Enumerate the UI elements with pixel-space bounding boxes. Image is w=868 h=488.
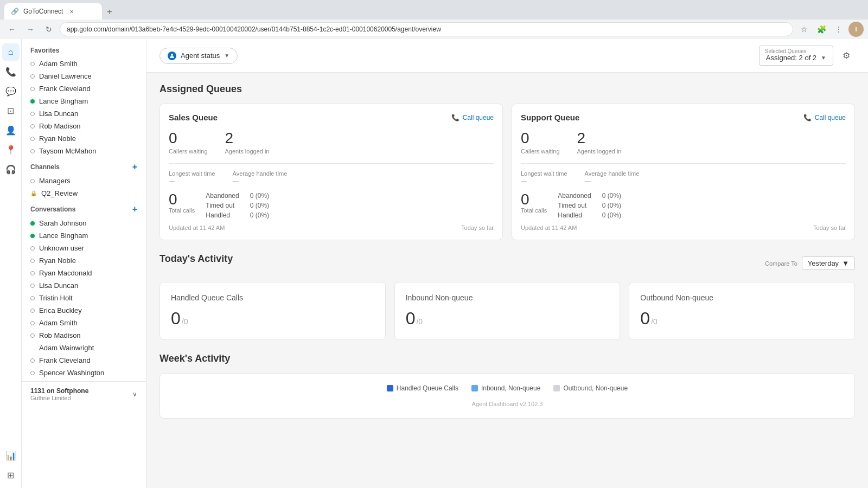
status-dot	[30, 296, 35, 300]
settings-button[interactable]: ⚙	[838, 47, 855, 65]
active-tab[interactable]: 🔗 GoToConnect ✕	[4, 3, 102, 20]
support-call-queue-label: Call queue	[815, 114, 846, 121]
add-conversation-button[interactable]: +	[132, 205, 137, 214]
browser-chrome: 🔗 GoToConnect ✕ + ← → ↻ app.goto.com/dom…	[0, 0, 868, 39]
forward-button[interactable]: →	[23, 22, 38, 37]
outbound-non-queue-title: Outbound Non-queue	[640, 293, 844, 302]
queues-chevron-icon: ▼	[821, 55, 826, 61]
todays-activity-section: Today's Activity Compare To Yesterday ▼ …	[159, 253, 855, 340]
sidebar-item-unknown-user[interactable]: Unknown user	[22, 242, 146, 254]
nav-grid-icon[interactable]: ⊞	[2, 466, 20, 484]
sales-callers-waiting-stat: 0 Callers waiting	[169, 131, 208, 155]
sidebar-item-spencer-washington[interactable]: Spencer Washington	[22, 367, 146, 379]
reload-button[interactable]: ↻	[41, 22, 56, 37]
sidebar-item-lisa-duncan[interactable]: Lisa Duncan	[22, 107, 146, 120]
sidebar-item-q2-review[interactable]: 🔒 Q2_Review	[22, 187, 146, 200]
sidebar-item-text: Ryan Noble	[39, 256, 76, 265]
sales-longest-wait-label: Longest wait time	[169, 170, 215, 177]
sidebar-item-rob-madison[interactable]: Rob Madison	[22, 120, 146, 132]
selected-queues-label: Selected Queues	[765, 48, 807, 54]
sidebar-item-sarah-johnson[interactable]: Sarah Johnson	[22, 217, 146, 229]
sidebar-item-adam-wainwright[interactable]: Adam Wainwright	[22, 342, 146, 354]
sales-queue-name: Sales Queue	[169, 113, 218, 122]
main-content: Agent status ▼ Selected Queues Assigned:…	[146, 39, 868, 488]
nav-headset-icon[interactable]: 🎧	[2, 160, 20, 178]
sales-divider	[169, 163, 494, 164]
support-timed-out-value: 0 (0%)	[602, 202, 621, 209]
new-tab-button[interactable]: +	[102, 4, 117, 20]
handled-queue-calls-main-value: 0	[171, 309, 181, 329]
nav-home-icon[interactable]: ⌂	[2, 43, 20, 61]
sidebar-item-text: Adam Smith	[39, 60, 78, 68]
nav-location-icon[interactable]: 📍	[2, 141, 20, 158]
support-longest-wait-value: —	[521, 178, 567, 185]
sidebar-item-rob-madison-conv[interactable]: Rob Madison	[22, 329, 146, 342]
sidebar-item-taysom-mcmahon[interactable]: Taysom McMahon	[22, 145, 146, 157]
sidebar-item-text: Managers	[39, 177, 71, 185]
nav-chat-icon[interactable]: 💬	[2, 82, 20, 100]
support-handled-value: 0 (0%)	[602, 211, 621, 219]
weeks-activity-title: Week's Activity	[159, 353, 855, 364]
sidebar-item-ryan-macdonald[interactable]: Ryan Macdonald	[22, 267, 146, 279]
sidebar-item-ryan-noble[interactable]: Ryan Noble	[22, 132, 146, 145]
sales-total-calls-label: Total calls	[169, 207, 195, 214]
bookmark-button[interactable]: ☆	[796, 22, 812, 37]
support-queue-name: Support Queue	[521, 113, 579, 122]
conversations-label: Conversations	[30, 206, 75, 213]
browser-toolbar: ← → ↻ app.goto.com/domain/013a6beb-7e4d-…	[0, 20, 868, 39]
sidebar-item-lance-bingham[interactable]: Lance Bingham	[22, 95, 146, 107]
sidebar-item-ryan-noble-conv[interactable]: Ryan Noble	[22, 254, 146, 267]
support-agents-logged-in-label: Agents logged in	[577, 148, 622, 155]
compare-to-dropdown[interactable]: Yesterday ▼	[802, 256, 855, 270]
status-dot	[30, 309, 35, 313]
legend-label-handled-queue-calls: Handled Queue Calls	[397, 384, 458, 392]
status-dot	[30, 321, 35, 325]
menu-button[interactable]: ⋮	[831, 22, 846, 37]
nav-phone-icon[interactable]: 📞	[2, 63, 20, 80]
back-button[interactable]: ←	[4, 22, 20, 37]
sales-total-calls-value: 0	[169, 192, 195, 207]
sidebar-item-adam-smith[interactable]: Adam Smith	[22, 57, 146, 70]
sidebar-item-lance-bingham-conv[interactable]: Lance Bingham	[22, 229, 146, 242]
profile-avatar[interactable]: I	[848, 22, 864, 37]
nav-analytics-icon[interactable]: 📊	[2, 447, 20, 464]
address-bar[interactable]: app.goto.com/domain/013a6beb-7e4d-4529-9…	[60, 22, 793, 36]
sidebar-item-tristin-holt[interactable]: Tristin Holt	[22, 292, 146, 304]
sidebar-item-lisa-duncan-conv[interactable]: Lisa Duncan	[22, 279, 146, 292]
nav-contacts-icon[interactable]: 👤	[2, 121, 20, 139]
status-dot-managers	[30, 179, 35, 183]
sales-call-queue-label: Call queue	[463, 114, 494, 121]
support-agents-logged-in-stat: 2 Agents logged in	[577, 131, 622, 155]
queues-dropdown[interactable]: Selected Queues Assigned: 2 of 2 ▼	[759, 46, 833, 66]
support-timed-out-label: Timed out	[558, 202, 586, 209]
status-dot	[30, 271, 35, 275]
sidebar-item-managers[interactable]: Managers	[22, 175, 146, 187]
agent-status-button[interactable]: Agent status ▼	[159, 48, 238, 64]
tab-close-button[interactable]: ✕	[69, 9, 74, 15]
legend-label-inbound-non-queue: Inbound, Non-queue	[481, 384, 540, 392]
status-dot	[30, 333, 35, 338]
outbound-non-queue-value: 0 /0	[640, 309, 844, 329]
add-channel-button[interactable]: +	[132, 163, 137, 171]
main-header: Agent status ▼ Selected Queues Assigned:…	[146, 39, 868, 73]
status-dot-frank-cleveland	[30, 87, 35, 91]
support-callers-waiting-label: Callers waiting	[521, 148, 560, 155]
sales-call-queue-button[interactable]: 📞 Call queue	[451, 114, 494, 121]
sidebar-item-adam-smith-conv[interactable]: Adam Smith	[22, 317, 146, 329]
sidebar-item-text: Tristin Holt	[39, 294, 73, 302]
sidebar-item-text: Ryan Macdonald	[39, 269, 92, 277]
sales-longest-wait-stat: Longest wait time —	[169, 170, 215, 185]
nav-inbox-icon[interactable]: ⊡	[2, 102, 20, 119]
sidebar-item-text: Lance Bingham	[39, 97, 88, 105]
support-call-queue-button[interactable]: 📞 Call queue	[803, 114, 846, 121]
support-abandoned-row: Abandoned 0 (0%)	[558, 192, 621, 200]
sidebar-item-erica-buckley[interactable]: Erica Buckley	[22, 304, 146, 317]
softphone-bar[interactable]: 1131 on Softphone Guthrie Limited ∨	[22, 381, 146, 407]
extensions-button[interactable]: 🧩	[814, 22, 829, 37]
sidebar-item-frank-cleveland[interactable]: Frank Cleveland	[22, 82, 146, 95]
sidebar-item-daniel-lawrence[interactable]: Daniel Lawrence	[22, 70, 146, 82]
sales-queue-card: Sales Queue 📞 Call queue 0 Callers waiti…	[159, 104, 503, 240]
sidebar-item-frank-cleveland-conv[interactable]: Frank Cleveland	[22, 354, 146, 367]
favorites-header: Favorites	[22, 43, 146, 57]
sidebar-item-text: Lance Bingham	[39, 232, 88, 240]
